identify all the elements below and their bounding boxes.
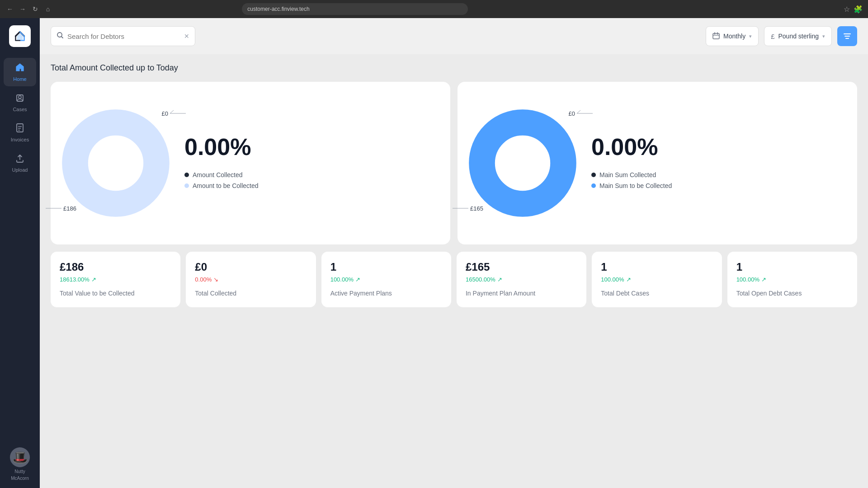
chart-card-1: £0 £186 bbox=[51, 82, 450, 244]
sidebar-nav: Home Cases bbox=[4, 58, 36, 447]
invoices-icon bbox=[15, 123, 25, 135]
stat-label-3: In Payment Plan Amount bbox=[466, 289, 577, 298]
legend2-dot-blue bbox=[591, 183, 596, 188]
legend-label-1: Amount Collected bbox=[193, 171, 243, 178]
monthly-chevron-icon: ▾ bbox=[749, 33, 752, 39]
donut-chart-2: £0 £165 bbox=[468, 109, 577, 217]
search-input[interactable] bbox=[67, 33, 180, 40]
monthly-dropdown[interactable]: Monthly ▾ bbox=[706, 26, 759, 46]
search-icon bbox=[57, 32, 64, 41]
stat-value-2: 1 bbox=[330, 261, 442, 273]
home-icon bbox=[15, 62, 25, 75]
bottom-annotation-line bbox=[43, 204, 61, 213]
star-icon[interactable]: ☆ bbox=[844, 5, 850, 14]
sidebar-item-invoices[interactable]: Invoices bbox=[4, 118, 36, 147]
legend2-dot-dark bbox=[591, 173, 596, 177]
stat-change-2: 100.00% ↗ bbox=[330, 276, 442, 283]
charts-row: £0 £186 bbox=[51, 82, 857, 244]
stat-value-1: £0 bbox=[195, 261, 307, 273]
legend2-label-2: Main Sum to be Collected bbox=[599, 182, 672, 189]
forward-button[interactable]: → bbox=[18, 5, 27, 14]
trend-up-icon-3: ↗ bbox=[497, 276, 502, 283]
stat-card-1: £0 0.00% ↘ Total Collected bbox=[186, 252, 316, 307]
app-container: Home Cases bbox=[0, 18, 868, 488]
filter-icon bbox=[843, 32, 852, 41]
cases-label: Cases bbox=[13, 107, 27, 112]
svg-line-21 bbox=[577, 110, 580, 113]
back-button[interactable]: ← bbox=[5, 5, 14, 14]
donut-chart-1: £0 £186 bbox=[61, 109, 170, 217]
chart2-percentage: 0.00% bbox=[591, 133, 846, 160]
address-bar[interactable]: customer-acc.finview.tech bbox=[242, 3, 468, 15]
monthly-label: Monthly bbox=[723, 33, 745, 40]
svg-rect-8 bbox=[713, 33, 719, 39]
extensions-icon[interactable]: 🧩 bbox=[854, 5, 863, 14]
donut-svg-1 bbox=[61, 109, 170, 217]
refresh-button[interactable]: ↻ bbox=[31, 5, 40, 14]
stat-label-5: Total Open Debt Cases bbox=[736, 289, 848, 298]
stat-change-value-5: 100.00% bbox=[736, 276, 760, 283]
sidebar: Home Cases bbox=[0, 18, 40, 488]
svg-line-17 bbox=[170, 110, 174, 113]
chart1-bottom-label: £186 bbox=[43, 204, 76, 213]
home-browser-button[interactable]: ⌂ bbox=[43, 5, 52, 14]
trend-down-icon-1: ↘ bbox=[213, 276, 218, 283]
trend-up-icon-5: ↗ bbox=[761, 276, 766, 283]
stat-change-value-3: 16500.00% bbox=[466, 276, 495, 283]
legend-dot-light-blue bbox=[184, 183, 189, 188]
legend-item-2: Amount to be Collected bbox=[184, 182, 439, 189]
stats-row: £186 18613.00% ↗ Total Value to be Colle… bbox=[51, 252, 857, 307]
stat-change-value-0: 18613.00% bbox=[60, 276, 90, 283]
stat-change-3: 16500.00% ↗ bbox=[466, 276, 577, 283]
sidebar-item-home[interactable]: Home bbox=[4, 58, 36, 86]
calendar-icon bbox=[712, 32, 720, 41]
username-line1: Nutty bbox=[14, 469, 25, 474]
stat-value-5: 1 bbox=[736, 261, 848, 273]
bottom-annotation-line-2 bbox=[450, 204, 468, 213]
stat-value-4: 1 bbox=[601, 261, 712, 273]
svg-point-1 bbox=[19, 96, 21, 99]
svg-rect-2 bbox=[17, 124, 23, 132]
stat-label-2: Active Payment Plans bbox=[330, 289, 442, 298]
main-content: ✕ Monthly ▾ bbox=[40, 18, 868, 488]
stat-card-4: 1 100.00% ↗ Total Debt Cases bbox=[592, 252, 722, 307]
chart2-top-label: £0 bbox=[569, 109, 595, 118]
sidebar-item-cases[interactable]: Cases bbox=[4, 88, 36, 117]
top-annotation-line bbox=[170, 109, 188, 118]
stat-card-3: £165 16500.00% ↗ In Payment Plan Amount bbox=[457, 252, 586, 307]
browser-actions: ☆ 🧩 bbox=[844, 5, 863, 14]
legend-label-2: Amount to be Collected bbox=[193, 182, 259, 189]
app-logo[interactable] bbox=[9, 25, 31, 47]
legend2-item-1: Main Sum Collected bbox=[591, 171, 846, 178]
chart1-percentage: 0.00% bbox=[184, 133, 439, 160]
legend-dot-dark bbox=[184, 173, 189, 177]
upload-icon bbox=[15, 153, 25, 165]
sidebar-item-upload[interactable]: Upload bbox=[4, 149, 36, 177]
page-title: Total Amount Collected up to Today bbox=[51, 63, 857, 73]
stat-label-0: Total Value to be Collected bbox=[60, 289, 171, 298]
app-header: ✕ Monthly ▾ bbox=[40, 18, 868, 54]
currency-label: Pound sterling bbox=[778, 33, 819, 40]
stat-change-value-4: 100.00% bbox=[601, 276, 624, 283]
chart1-info: 0.00% Amount Collected Amount to be Coll… bbox=[184, 133, 439, 193]
stat-label-4: Total Debt Cases bbox=[601, 289, 712, 298]
username-line2: McAcorn bbox=[11, 476, 28, 481]
currency-dropdown[interactable]: £ Pound sterling ▾ bbox=[764, 26, 832, 46]
browser-chrome: ← → ↻ ⌂ customer-acc.finview.tech ☆ 🧩 bbox=[0, 0, 868, 18]
invoices-label: Invoices bbox=[11, 137, 29, 142]
stat-value-3: £165 bbox=[466, 261, 577, 273]
svg-point-15 bbox=[75, 122, 156, 204]
search-bar[interactable]: ✕ bbox=[51, 26, 195, 46]
avatar[interactable]: 🎩 bbox=[10, 447, 30, 467]
user-section[interactable]: 🎩 Nutty McAcorn bbox=[10, 447, 30, 481]
stat-card-2: 1 100.00% ↗ Active Payment Plans bbox=[321, 252, 451, 307]
content-area: Total Amount Collected up to Today bbox=[40, 54, 868, 488]
chart2-info: 0.00% Main Sum Collected Main Sum to be … bbox=[591, 133, 846, 193]
logo-icon bbox=[13, 29, 27, 43]
chart-card-2: £0 £165 bbox=[458, 82, 857, 244]
currency-icon: £ bbox=[771, 33, 774, 40]
filter-button[interactable] bbox=[837, 26, 857, 46]
url-text: customer-acc.finview.tech bbox=[247, 6, 309, 12]
legend-item-1: Amount Collected bbox=[184, 171, 439, 178]
clear-search-icon[interactable]: ✕ bbox=[184, 33, 189, 40]
